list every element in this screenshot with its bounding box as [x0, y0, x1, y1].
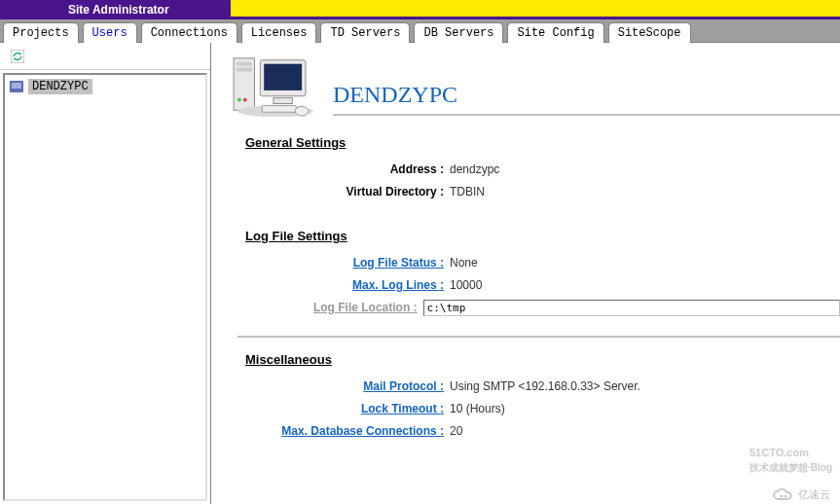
svg-point-14	[781, 494, 783, 496]
vdir-value: TDBIN	[450, 184, 485, 199]
logfile-heading: Log File Settings	[245, 229, 840, 243]
content: DENDZYPC DENDZYPC General Settings	[0, 43, 840, 504]
address-label: Address :	[211, 162, 450, 177]
server-name-heading: DENDZYPC	[333, 57, 840, 108]
general-heading: General Settings	[245, 135, 840, 150]
tree-item[interactable]: DENDZYPC	[9, 79, 201, 94]
mailprotocol-label[interactable]: Mail Protocol :	[211, 378, 450, 394]
tabs: Projects Users Connections Licenses TD S…	[0, 19, 840, 43]
loglocation-input[interactable]	[423, 300, 840, 316]
maxdbconn-label[interactable]: Max. Database Connections :	[211, 423, 450, 439]
locktimeout-value: 10 (Hours)	[450, 401, 505, 416]
svg-rect-5	[237, 68, 252, 72]
svg-point-7	[243, 98, 247, 102]
maxloglines-value: 10000	[450, 277, 482, 293]
title-divider	[333, 114, 840, 116]
toolbar	[0, 43, 210, 70]
refresh-button[interactable]	[8, 47, 27, 66]
cloud-icon	[773, 488, 794, 502]
yellow-accent	[231, 0, 840, 19]
locktimeout-label[interactable]: Lock Timeout :	[211, 401, 450, 416]
tab-projects[interactable]: Projects	[3, 22, 79, 43]
tab-licenses[interactable]: Licenses	[241, 22, 317, 43]
svg-point-13	[295, 106, 309, 116]
server-tree[interactable]: DENDZYPC	[3, 73, 207, 501]
maxloglines-label[interactable]: Max. Log Lines :	[211, 277, 450, 293]
computer-icon	[9, 80, 24, 93]
server-header: DENDZYPC	[228, 53, 840, 121]
tab-connections[interactable]: Connections	[141, 22, 237, 43]
maxdbconn-value: 20	[450, 423, 462, 439]
refresh-icon	[11, 50, 24, 63]
logstatus-label[interactable]: Log File Status :	[211, 255, 450, 270]
header-bar: Site Administrator	[0, 0, 840, 19]
vdir-label: Virtual Directory :	[211, 184, 450, 199]
svg-rect-9	[264, 64, 302, 90]
watermark-2: 亿速云	[773, 487, 830, 502]
loglocation-label: Log File Location :	[211, 300, 423, 316]
logstatus-value: None	[450, 255, 478, 270]
svg-rect-0	[11, 50, 24, 63]
svg-rect-12	[262, 105, 296, 112]
watermark: 51CTO.com 技术成就梦想·Blog	[749, 441, 832, 475]
right-pane: DENDZYPC General Settings Address : dend…	[211, 43, 840, 504]
svg-rect-4	[237, 62, 252, 66]
app-title: Site Administrator	[0, 0, 231, 19]
svg-rect-10	[274, 98, 292, 104]
tree-item-label: DENDZYPC	[28, 79, 92, 94]
tab-dbservers[interactable]: DB Servers	[414, 22, 503, 43]
svg-point-6	[237, 98, 241, 102]
address-value: dendzypc	[450, 162, 499, 177]
svg-point-15	[785, 494, 786, 496]
tab-sitescope[interactable]: SiteScope	[608, 22, 691, 43]
tab-users[interactable]: Users	[83, 22, 137, 43]
computer-large-icon	[228, 53, 313, 121]
svg-rect-2	[12, 83, 21, 89]
tab-siteconfig[interactable]: Site Config	[507, 22, 603, 43]
mailprotocol-value: Using SMTP <192.168.0.33> Server.	[450, 378, 640, 394]
section-divider	[237, 336, 840, 338]
left-pane: DENDZYPC	[0, 43, 211, 504]
svg-rect-3	[234, 58, 254, 110]
tab-tdservers[interactable]: TD Servers	[320, 22, 410, 43]
misc-heading: Miscellaneous	[245, 352, 840, 367]
